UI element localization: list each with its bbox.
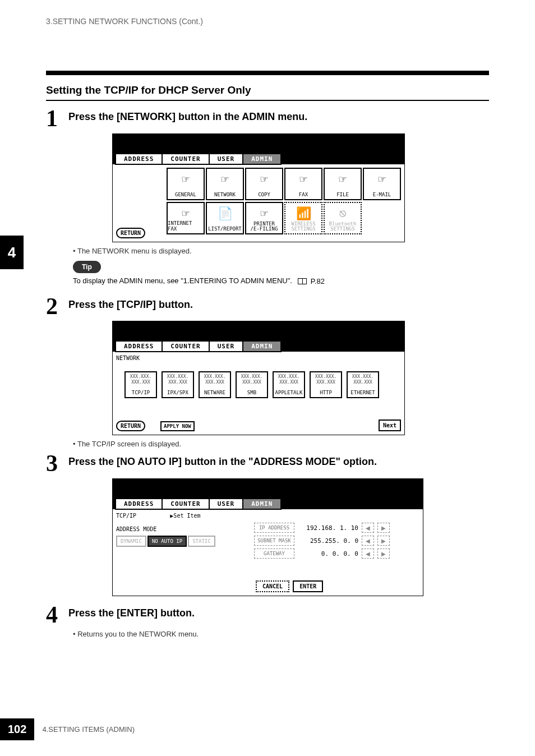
btn-label: TCP/IP bbox=[132, 390, 150, 395]
tab-admin[interactable]: ADMIN bbox=[242, 340, 282, 352]
tab-counter[interactable]: COUNTER bbox=[162, 498, 209, 510]
step-2-note: The TCP/IP screen is displayed. bbox=[73, 440, 489, 448]
left-arrow-button[interactable]: ◀ bbox=[362, 548, 374, 559]
dummy-text: XXX.XXX. bbox=[130, 374, 152, 379]
admin-row-1: ☞GENERAL ☞NETWORK ☞COPY ☞FAX ☞FILE ☞E-MA… bbox=[167, 168, 401, 200]
netware-button[interactable]: XXX.XXX.XXX.XXXNETWARE bbox=[199, 371, 231, 398]
set-item-label: ▶Set Item bbox=[170, 513, 200, 519]
hand-icon: ☞ bbox=[221, 172, 228, 186]
general-button[interactable]: ☞GENERAL bbox=[167, 168, 205, 200]
bluetooth-icon: ⎋ bbox=[339, 206, 346, 220]
cell-label: Bluetooth SETTINGS bbox=[329, 222, 357, 232]
internet-fax-button[interactable]: ☞INTERNET FAX bbox=[167, 202, 205, 234]
dummy-text: XXX.XXX bbox=[279, 380, 298, 385]
step-3: 3 Press the [NO AUTO IP] button in the "… bbox=[46, 454, 489, 474]
next-button[interactable]: Next bbox=[379, 420, 401, 431]
dummy-text: XXX.XXX bbox=[168, 380, 187, 385]
screen-topbar: ADDRESS COUNTER USER ADMIN bbox=[113, 479, 423, 509]
breadcrumb: NETWORK bbox=[116, 355, 401, 361]
email-button[interactable]: ☞E-MAIL bbox=[363, 168, 401, 200]
ip-fields-panel: IP ADDRESS 192.168. 1. 10 ◀ ▶ SUBNET MAS… bbox=[254, 523, 419, 561]
copy-button[interactable]: ☞COPY bbox=[245, 168, 283, 200]
running-head: 3.SETTING NETWORK FUNCTIONS (Cont.) bbox=[46, 17, 203, 26]
right-arrow-button[interactable]: ▶ bbox=[377, 523, 390, 533]
ip-address-value: 192.168. 1. 10 bbox=[298, 524, 358, 532]
page-footer: 102 4.SETTING ITEMS (ADMIN) bbox=[0, 718, 135, 740]
btn-label: APPLETALK bbox=[275, 390, 303, 395]
screenshot-tcpip: ADDRESS COUNTER USER ADMIN TCP/IP ▶Set I… bbox=[112, 478, 423, 596]
step-number: 1 bbox=[46, 109, 68, 129]
return-button[interactable]: RETURN bbox=[116, 421, 145, 431]
dynamic-button[interactable]: DYNAMIC bbox=[116, 536, 146, 547]
subnet-mask-label: SUBNET MASK bbox=[254, 536, 294, 546]
tip-text-body: To display the ADMIN menu, see "1.ENTERI… bbox=[73, 276, 292, 285]
network-button[interactable]: ☞NETWORK bbox=[206, 168, 244, 200]
tab-address[interactable]: ADDRESS bbox=[115, 340, 163, 352]
dummy-text: XXX.XXX. bbox=[241, 374, 263, 379]
btn-label: ETHERNET bbox=[350, 390, 375, 395]
printer-efiling-button[interactable]: ☞PRINTER /E-FILING bbox=[245, 202, 283, 234]
ipxspx-button[interactable]: XXX.XXX.XXX.XXXIPX/SPX bbox=[162, 371, 194, 398]
tab-counter[interactable]: COUNTER bbox=[162, 340, 209, 352]
http-button[interactable]: XXX.XXX.XXX.XXXHTTP bbox=[310, 371, 342, 398]
cancel-button[interactable]: CANCEL bbox=[256, 580, 289, 592]
tab-counter[interactable]: COUNTER bbox=[162, 153, 209, 165]
no-auto-ip-button[interactable]: NO AUTO IP bbox=[147, 536, 187, 547]
dummy-text: XXX.XXX bbox=[131, 380, 150, 385]
tab-admin[interactable]: ADMIN bbox=[242, 153, 282, 165]
step-4-note: Returns you to the NETWORK menu. bbox=[73, 630, 489, 638]
dummy-text: XXX.XXX. bbox=[167, 374, 189, 379]
cell-label: NETWORK bbox=[214, 192, 236, 197]
hand-icon: ☞ bbox=[299, 172, 307, 186]
btn-label: HTTP bbox=[320, 390, 332, 395]
return-button[interactable]: RETURN bbox=[116, 228, 145, 238]
ip-address-label: IP ADDRESS bbox=[254, 523, 294, 533]
dummy-text: XXX.XXX bbox=[316, 380, 335, 385]
tab-address[interactable]: ADDRESS bbox=[115, 498, 163, 510]
hand-icon: ☞ bbox=[339, 172, 346, 186]
tab-user[interactable]: USER bbox=[209, 340, 244, 352]
dummy-text: XXX.XXX. bbox=[278, 374, 300, 379]
gateway-label: GATEWAY bbox=[254, 548, 294, 559]
file-button[interactable]: ☞FILE bbox=[324, 168, 362, 200]
btn-label: IPX/SPX bbox=[167, 390, 188, 395]
fax-button[interactable]: ☞FAX bbox=[284, 168, 322, 200]
content-area: Setting the TCP/IP for DHCP Server Only … bbox=[46, 84, 489, 644]
breadcrumb: TCP/IP ▶Set Item bbox=[116, 513, 419, 519]
tab-address[interactable]: ADDRESS bbox=[115, 153, 163, 165]
tip-badge: Tip bbox=[73, 261, 101, 273]
static-button[interactable]: STATIC bbox=[188, 536, 215, 547]
screenshot-network-menu: ADDRESS COUNTER USER ADMIN NETWORK XXX.X… bbox=[112, 321, 405, 435]
smb-button[interactable]: XXX.XXX.XXX.XXXSMB bbox=[236, 371, 268, 398]
address-mode-label: ADDRESS MODE bbox=[116, 526, 215, 532]
hand-icon: ☞ bbox=[182, 172, 189, 186]
step-number: 2 bbox=[46, 297, 68, 317]
enter-button[interactable]: ENTER bbox=[293, 580, 323, 592]
ethernet-button[interactable]: XXX.XXX.XXX.XXXETHERNET bbox=[347, 371, 379, 398]
wireless-icon: 📶 bbox=[296, 206, 311, 220]
step-1-note: The NETWORK menu is displayed. bbox=[73, 247, 489, 255]
left-arrow-button[interactable]: ◀ bbox=[362, 523, 374, 533]
list-icon: 📄 bbox=[218, 206, 233, 220]
tcpip-button[interactable]: XXX.XXX.XXX.XXXTCP/IP bbox=[124, 371, 157, 398]
step-2: 2 Press the [TCP/IP] button. bbox=[46, 297, 489, 317]
step-number: 3 bbox=[46, 454, 68, 474]
right-arrow-button[interactable]: ▶ bbox=[377, 548, 390, 559]
tab-user[interactable]: USER bbox=[209, 153, 244, 165]
left-arrow-button[interactable]: ◀ bbox=[362, 536, 374, 546]
tab-admin[interactable]: ADMIN bbox=[242, 498, 282, 510]
cell-label: LIST/REPORT bbox=[208, 226, 242, 232]
right-arrow-button[interactable]: ▶ bbox=[377, 536, 390, 546]
network-buttons-row: XXX.XXX.XXX.XXXTCP/IP XXX.XXX.XXX.XXXIPX… bbox=[124, 371, 401, 398]
step-instruction: Press the [NO AUTO IP] button in the "AD… bbox=[68, 454, 377, 468]
step-instruction: Press the [NETWORK] button in the ADMIN … bbox=[68, 109, 307, 123]
cell-label: COPY bbox=[258, 192, 270, 197]
page-ref-value: P.82 bbox=[311, 277, 325, 285]
dummy-text: XXX.XXX bbox=[353, 380, 372, 385]
tab-user[interactable]: USER bbox=[209, 498, 244, 510]
hand-icon: ☞ bbox=[260, 172, 268, 186]
apply-now-button[interactable]: APPLY NOW bbox=[160, 421, 195, 431]
address-mode-panel: ADDRESS MODE DYNAMIC NO AUTO IP STATIC bbox=[116, 526, 215, 547]
list-report-button[interactable]: 📄LIST/REPORT bbox=[206, 202, 244, 234]
appletalk-button[interactable]: XXX.XXX.XXX.XXXAPPLETALK bbox=[273, 371, 305, 398]
